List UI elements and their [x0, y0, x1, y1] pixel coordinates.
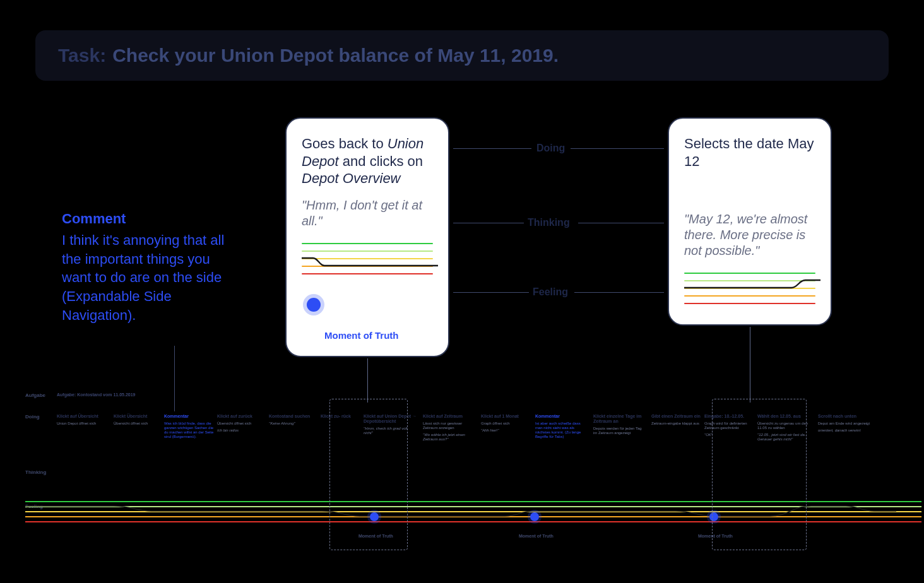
mini-step-8: Klickt auf 1 MonatGraph öffnet sich"Ahh … — [481, 414, 534, 433]
comment-callout: Comment I think it's annoying that all t… — [62, 211, 239, 324]
mini-step-0: Klickt auf ÜbersichtUnion Depot öffnet s… — [57, 414, 110, 426]
mini-step-doing: Klickt einzelne Tage im Zeitraum an — [593, 414, 646, 424]
moment-dot-a — [307, 298, 321, 312]
task-label: Task: — [58, 45, 106, 66]
mini-step-sub: Depot am Ende wird angezeigt — [818, 421, 871, 426]
task-bar: Task: Check your Union Depot balance of … — [35, 30, 889, 81]
mini-moment-dot-1 — [530, 512, 539, 521]
mini-step-1: Klickt ÜbersichtÜbersicht öffnet sich — [114, 414, 167, 426]
mini-step-3: Klickt auf zurückÜbersicht öffnet sichIc… — [217, 414, 270, 433]
mini-step-9: KommentarIst aber auch scheiße dass man … — [535, 414, 588, 439]
connector-feeling-l — [453, 292, 529, 293]
journey-card-a: Goes back to Union Depot and clicks on D… — [285, 117, 449, 357]
card-b-doing: Selects the date May 12 — [684, 135, 815, 170]
zoom-highlight-a — [329, 399, 408, 550]
mini-step-doing: Klickt auf 1 Monat — [481, 414, 534, 419]
mini-step-sub: Was ich blöd finde, dass die ganzen wich… — [164, 421, 217, 439]
mini-step-thinking: "Keine Ahnung" — [269, 421, 322, 426]
card-b-feeling — [684, 273, 815, 313]
mini-step-sub: Zeitraum-eingabe klappt aus — [651, 421, 704, 426]
mini-step-10: Klickt einzelne Tage im Zeitraum anDepot… — [593, 414, 646, 435]
zoom-line-b — [750, 327, 750, 403]
connector-thinking-r — [578, 223, 664, 223]
mini-journey-map: Aufgabe Doing Thinking Feeling Aufgabe: … — [25, 401, 909, 579]
connector-thinking-l — [453, 223, 524, 223]
mini-step-thinking: Ich bin ratlos — [217, 428, 270, 433]
comment-body: I think it's annoying that all the impor… — [62, 231, 239, 324]
mini-step-sub: Ist aber auch scheiße dass man nicht sie… — [535, 421, 588, 439]
mini-step-sub: Lässt sich nur gewisser Zeitraum anzeige… — [423, 421, 476, 430]
comment-heading: Comment — [62, 211, 239, 227]
mini-label-aufgabe: Aufgabe — [25, 392, 45, 398]
mini-step-7: Klickt auf ZeitraumLässt sich nur gewiss… — [423, 414, 476, 442]
row-label-doing: Doing — [536, 143, 565, 154]
row-label-thinking: Thinking — [528, 217, 570, 228]
card-a-feeling — [302, 243, 433, 283]
mini-step-doing: Klickt auf zurück — [217, 414, 270, 419]
card-b-thinking: "May 12, we're almost there. More precis… — [684, 211, 815, 259]
zoom-highlight-b — [712, 399, 807, 550]
connector-doing-r — [571, 148, 664, 149]
mini-step-11: Gibt einen Zeitraum einZeitraum-eingabe … — [651, 414, 704, 426]
mini-step-doing: Klickt auf Übersicht — [57, 414, 110, 419]
mini-step-doing: Klickt auf Zeitraum — [423, 414, 476, 419]
moment-label-a: Moment of Truth — [324, 330, 398, 341]
connector-feeling-r — [574, 292, 664, 293]
mini-step-doing: Kommentar — [535, 414, 588, 419]
mini-step-doing: Gibt einen Zeitraum ein — [651, 414, 704, 419]
mini-step-sub: Graph öffnet sich — [481, 421, 534, 426]
mini-step-sub: Depots werden für jeden Tag im Zeitraum … — [593, 427, 646, 435]
mini-step-doing: Klickt Übersicht — [114, 414, 167, 419]
mini-step-doing: Kommentar — [164, 414, 217, 419]
mini-step-sub: Übersicht öffnet sich — [217, 421, 270, 426]
mini-step-thinking: "Ahh hier!" — [481, 428, 534, 433]
journey-card-b: Selects the date May 12 "May 12, we're a… — [668, 117, 832, 326]
mini-step-4: Kontostand suchen"Keine Ahnung" — [269, 414, 322, 426]
card-a-doing: Goes back to Union Depot and clicks on D… — [302, 135, 433, 187]
mini-task-text: Aufgabe: Kontostand vom 11.05.2019 — [57, 392, 135, 397]
mini-step-thinking: orientiert, danach verwirrt — [818, 428, 871, 433]
connector-doing-l — [453, 148, 531, 149]
mini-step-doing: Scrollt nach unten — [818, 414, 871, 419]
mini-step-14: Scrollt nach untenDepot am Ende wird ang… — [818, 414, 871, 433]
task-text: Check your Union Depot balance of May 11… — [112, 45, 559, 66]
row-label-feeling: Feeling — [533, 286, 568, 298]
mini-step-thinking: "Wo wähle ich jetzt einen Zeitraum aus?" — [423, 433, 476, 442]
mini-step-sub: Union Depot öffnet sich — [57, 421, 110, 426]
mini-step-2: KommentarWas ich blöd finde, dass die ga… — [164, 414, 217, 439]
zoom-line-a — [367, 358, 368, 403]
card-a-thinking: "Hmm, I don't get it at all." — [302, 197, 433, 229]
mini-moment-label-1: Moment of Truth — [519, 534, 554, 538]
mini-step-doing: Kontostand suchen — [269, 414, 322, 419]
mini-step-sub: Übersicht öffnet sich — [114, 421, 167, 426]
